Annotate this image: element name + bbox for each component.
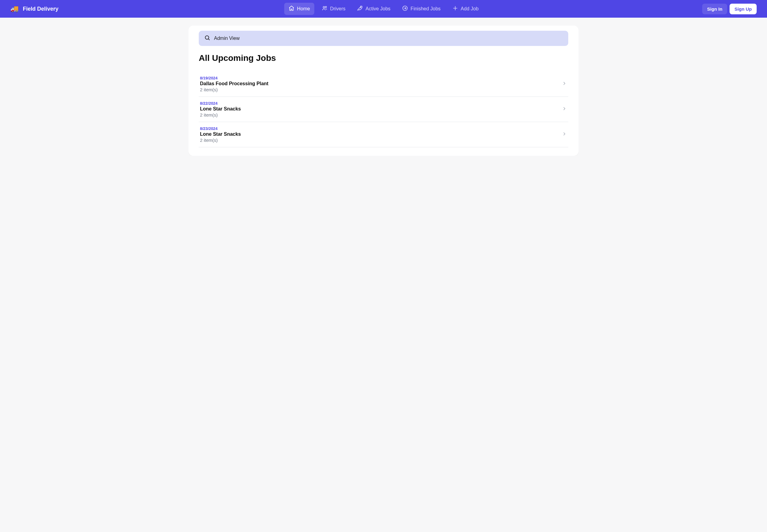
nav-item-home[interactable]: Home [284, 3, 314, 15]
arrow-circle-icon [402, 5, 408, 12]
job-info: 8/19/2024 Dallas Food Processing Plant 2… [200, 76, 268, 92]
navbar-auth: Sign In Sign Up [702, 4, 757, 14]
navbar-menu: Home Drivers Active Jobs Finished Jobs A… [284, 3, 483, 15]
page-title: All Upcoming Jobs [199, 53, 568, 63]
chevron-right-icon [562, 131, 567, 138]
svg-point-1 [325, 6, 326, 8]
job-date: 8/22/2024 [200, 101, 241, 106]
nav-item-label: Finished Jobs [411, 6, 441, 12]
nav-item-add-job[interactable]: Add Job [448, 3, 483, 15]
nav-item-label: Add Job [461, 6, 479, 12]
job-list: 8/19/2024 Dallas Food Processing Plant 2… [199, 72, 568, 147]
nav-item-finished-jobs[interactable]: Finished Jobs [398, 3, 445, 15]
navbar-brand[interactable]: 🚚 Field Delivery [10, 5, 58, 13]
search-bar[interactable]: Admin View [199, 31, 568, 46]
job-date: 8/23/2024 [200, 126, 241, 131]
job-item[interactable]: 8/19/2024 Dallas Food Processing Plant 2… [199, 72, 568, 97]
sign-up-button[interactable]: Sign Up [730, 4, 757, 14]
sign-in-button[interactable]: Sign In [702, 4, 727, 14]
job-info: 8/22/2024 Lone Star Snacks 2 item(s) [200, 101, 241, 117]
job-info: 8/23/2024 Lone Star Snacks 2 item(s) [200, 126, 241, 143]
rocket-icon [357, 5, 363, 12]
job-item[interactable]: 8/22/2024 Lone Star Snacks 2 item(s) [199, 97, 568, 122]
job-items: 2 item(s) [200, 112, 241, 117]
nav-item-label: Home [297, 6, 310, 12]
svg-point-2 [360, 7, 361, 8]
job-items: 2 item(s) [200, 87, 268, 92]
app-title: Field Delivery [23, 6, 58, 12]
svg-point-0 [323, 6, 324, 8]
main-card: Admin View All Upcoming Jobs 8/19/2024 D… [188, 26, 579, 156]
truck-icon: 🚚 [10, 5, 19, 13]
job-title: Dallas Food Processing Plant [200, 81, 268, 86]
svg-point-4 [205, 36, 209, 39]
users-icon [321, 5, 327, 12]
job-item[interactable]: 8/23/2024 Lone Star Snacks 2 item(s) [199, 122, 568, 147]
home-icon [289, 5, 295, 12]
search-icon [204, 35, 210, 42]
nav-item-label: Active Jobs [366, 6, 391, 12]
job-title: Lone Star Snacks [200, 106, 241, 112]
navbar: 🚚 Field Delivery Home Drivers Active Job… [0, 0, 767, 18]
job-date: 8/19/2024 [200, 76, 268, 80]
search-text: Admin View [214, 36, 240, 41]
chevron-right-icon [562, 81, 567, 87]
chevron-right-icon [562, 106, 567, 113]
nav-item-label: Drivers [330, 6, 345, 12]
job-title: Lone Star Snacks [200, 131, 241, 137]
job-items: 2 item(s) [200, 138, 241, 143]
nav-item-drivers[interactable]: Drivers [317, 3, 350, 15]
nav-item-active-jobs[interactable]: Active Jobs [353, 3, 395, 15]
plus-icon [452, 5, 458, 12]
